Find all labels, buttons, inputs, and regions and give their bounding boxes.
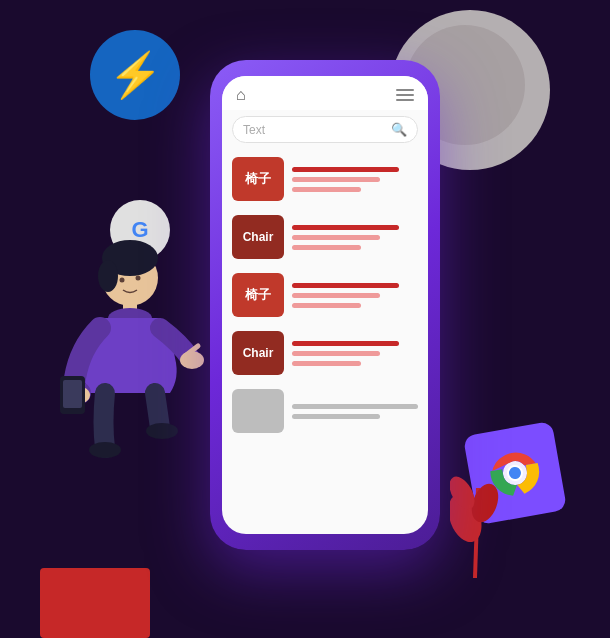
line-5-1 xyxy=(292,404,418,409)
svg-point-18 xyxy=(89,442,121,458)
line-1-2 xyxy=(292,177,380,182)
item-lines-1 xyxy=(292,167,418,192)
line-1-1 xyxy=(292,167,399,172)
person-illustration xyxy=(20,218,220,538)
line-2-1 xyxy=(292,225,399,230)
lightning-decoration: ⚡ xyxy=(90,30,180,120)
phone-mockup: ⌂ Text 🔍 椅子 xyxy=(210,60,440,550)
badge-kanji-1: 椅子 xyxy=(232,157,284,201)
line-4-2 xyxy=(292,351,380,356)
badge-gray-1 xyxy=(232,389,284,433)
search-icon: 🔍 xyxy=(391,122,407,137)
lightning-icon: ⚡ xyxy=(108,53,163,97)
phone-screen: ⌂ Text 🔍 椅子 xyxy=(222,76,428,534)
hamburger-menu[interactable] xyxy=(396,89,414,101)
badge-kanji-2: 椅子 xyxy=(232,273,284,317)
vocabulary-list: 椅子 Chair xyxy=(222,149,428,534)
svg-point-19 xyxy=(146,423,178,439)
line-3-3 xyxy=(292,303,361,308)
svg-point-11 xyxy=(136,276,141,281)
menu-line-2 xyxy=(396,94,414,96)
phone-outer: ⌂ Text 🔍 椅子 xyxy=(210,60,440,550)
item-lines-5 xyxy=(292,404,418,419)
svg-point-9 xyxy=(98,260,118,292)
line-1-3 xyxy=(292,187,361,192)
seat-box xyxy=(40,568,150,638)
line-4-3 xyxy=(292,361,361,366)
search-bar[interactable]: Text 🔍 xyxy=(232,116,418,143)
search-placeholder: Text xyxy=(243,123,385,137)
menu-line-1 xyxy=(396,89,414,91)
home-icon: ⌂ xyxy=(236,86,246,104)
plant-decoration xyxy=(450,458,490,558)
badge-chair-2: Chair xyxy=(232,331,284,375)
svg-point-10 xyxy=(120,278,125,283)
phone-header: ⌂ xyxy=(222,76,428,110)
list-item-3[interactable]: 椅子 xyxy=(232,269,418,321)
item-lines-3 xyxy=(292,283,418,308)
line-3-2 xyxy=(292,293,380,298)
item-lines-4 xyxy=(292,341,418,366)
line-3-1 xyxy=(292,283,399,288)
item-lines-2 xyxy=(292,225,418,250)
list-item-1[interactable]: 椅子 xyxy=(232,153,418,205)
person-svg xyxy=(30,228,210,488)
line-4-1 xyxy=(292,341,399,346)
svg-rect-17 xyxy=(63,380,82,408)
list-item-5[interactable] xyxy=(232,385,418,437)
line-2-2 xyxy=(292,235,380,240)
list-item-2[interactable]: Chair xyxy=(232,211,418,263)
line-2-3 xyxy=(292,245,361,250)
menu-line-3 xyxy=(396,99,414,101)
badge-chair-1: Chair xyxy=(232,215,284,259)
list-item-4[interactable]: Chair xyxy=(232,327,418,379)
line-5-2 xyxy=(292,414,380,419)
